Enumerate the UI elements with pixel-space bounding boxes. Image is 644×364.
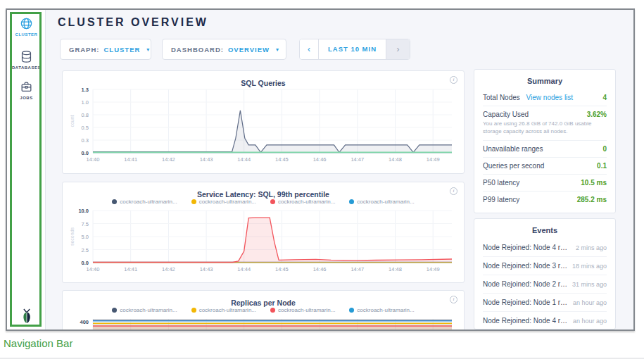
svg-text:count: count bbox=[70, 115, 75, 127]
events-title: Events bbox=[483, 219, 607, 239]
event-text: Node Rejoined: Node 4 rej... bbox=[483, 244, 569, 251]
summary-row-value: 285.2 ms bbox=[577, 196, 607, 203]
svg-text:1.0: 1.0 bbox=[82, 99, 89, 106]
svg-text:14:41: 14:41 bbox=[124, 156, 137, 163]
event-row[interactable]: Node Rejoined: Node 1 rej...an hour ago bbox=[483, 294, 607, 312]
event-text: Node Rejoined: Node 4 rej... bbox=[483, 317, 569, 325]
graph-dropdown[interactable]: GRAPH: CLUSTER ▾ bbox=[60, 39, 151, 60]
event-text: Node Rejoined: Node 1 rej... bbox=[483, 299, 569, 306]
legend-label: cockroach-ultramarin... bbox=[357, 307, 414, 313]
summary-row: Total Nodes View nodes list4 bbox=[483, 89, 607, 106]
svg-text:14:46: 14:46 bbox=[313, 266, 327, 272]
svg-text:14:47: 14:47 bbox=[351, 156, 364, 163]
summary-row: Queries per second0.1 bbox=[483, 158, 607, 175]
svg-text:14:43: 14:43 bbox=[200, 266, 213, 272]
legend-item[interactable]: cockroach-ultramarin... bbox=[349, 307, 414, 313]
time-next-button[interactable]: › bbox=[386, 39, 410, 59]
svg-text:0.5: 0.5 bbox=[82, 125, 89, 131]
page-title: CLUSTER OVERVIEW bbox=[58, 16, 208, 29]
legend-dot bbox=[112, 199, 117, 204]
graph-dropdown-value: CLUSTER bbox=[103, 46, 140, 54]
sidebar-item-jobs[interactable]: JOBS bbox=[7, 80, 46, 100]
service-latency-plot[interactable]: 14:4014:4114:4214:4314:4414:4514:4614:47… bbox=[68, 206, 459, 274]
summary-row-value: 0 bbox=[602, 145, 607, 153]
sidebar-item-label: JOBS bbox=[7, 96, 46, 100]
dashboard-dropdown[interactable]: DASHBOARD: OVERVIEW ▾ bbox=[162, 39, 286, 60]
svg-text:14:42: 14:42 bbox=[162, 266, 175, 272]
view-nodes-link[interactable]: View nodes list bbox=[526, 94, 574, 101]
chart-title: SQL Queries bbox=[241, 79, 285, 87]
svg-text:14:49: 14:49 bbox=[427, 156, 440, 163]
dashboard-dropdown-value: OVERVIEW bbox=[228, 46, 270, 54]
event-row[interactable]: Node Rejoined: Node 4 rej...an hour ago bbox=[483, 312, 607, 330]
svg-text:0.0: 0.0 bbox=[82, 150, 89, 156]
time-prev-button[interactable]: ‹ bbox=[300, 39, 319, 59]
replicas-per-node-plot[interactable]: 14:4014:4114:4214:4314:4414:4514:4614:47… bbox=[68, 315, 459, 331]
svg-text:14:42: 14:42 bbox=[162, 156, 175, 163]
event-row[interactable]: Node Rejoined: Node 3 rej...18 mins ago bbox=[483, 257, 607, 275]
cockroach-icon bbox=[19, 308, 34, 325]
svg-text:seconds: seconds bbox=[70, 227, 75, 246]
svg-text:14:43: 14:43 bbox=[200, 156, 213, 163]
summary-row: Unavailable ranges0 bbox=[483, 141, 607, 158]
legend-label: cockroach-ultramarin... bbox=[120, 307, 177, 313]
legend-label: cockroach-ultramarin... bbox=[357, 199, 414, 205]
legend-label: cockroach-ultramarin... bbox=[120, 199, 177, 205]
sidebar-item-label: DATABASES bbox=[7, 65, 46, 70]
summary-row-label: P50 latency bbox=[483, 179, 519, 187]
summary-panel: Summary Total Nodes View nodes list4Capa… bbox=[474, 69, 616, 213]
summary-row-value: 10.5 ms bbox=[581, 179, 607, 187]
event-time: an hour ago bbox=[573, 299, 607, 306]
sidebar-item-cluster[interactable]: CLUSTER bbox=[7, 17, 46, 37]
time-window-selector: ‹ LAST 10 MIN › bbox=[299, 39, 410, 60]
summary-row: Capacity Used3.62%You are using 26.8 GiB… bbox=[483, 106, 607, 141]
svg-text:14:49: 14:49 bbox=[427, 266, 440, 272]
svg-text:0.3: 0.3 bbox=[82, 137, 89, 144]
sidebar: CLUSTER DATABASES JOBS bbox=[7, 10, 46, 330]
legend-item[interactable]: cockroach-ultramarin... bbox=[112, 307, 177, 313]
summary-row-label: P99 latency bbox=[483, 196, 519, 203]
info-icon[interactable]: i bbox=[450, 76, 457, 84]
event-row[interactable]: Node Rejoined: Node 2 rej...31 mins ago bbox=[483, 275, 607, 294]
svg-text:14:48: 14:48 bbox=[389, 266, 402, 272]
event-time: 2 mins ago bbox=[576, 244, 607, 251]
summary-row-value: 0.1 bbox=[597, 162, 607, 170]
sql-queries-plot[interactable]: 14:4014:4114:4214:4314:4414:4514:4614:47… bbox=[68, 85, 459, 164]
main-content: CLUSTER OVERVIEW GRAPH: CLUSTER ▾ DASHBO… bbox=[46, 10, 633, 330]
svg-text:14:45: 14:45 bbox=[275, 156, 289, 163]
chart-title: Replicas per Node bbox=[231, 299, 296, 307]
event-text: Node Rejoined: Node 3 rej... bbox=[483, 262, 569, 270]
svg-text:5.0: 5.0 bbox=[82, 234, 89, 240]
dashboard-dropdown-label: DASHBOARD: bbox=[171, 46, 224, 54]
info-icon[interactable]: i bbox=[450, 296, 457, 303]
event-time: 31 mins ago bbox=[572, 281, 607, 288]
summary-row-subtext: You are using 26.8 GiB of 742.0 GiB usab… bbox=[483, 118, 607, 136]
event-time: 18 mins ago bbox=[572, 263, 607, 270]
svg-text:14:44: 14:44 bbox=[237, 156, 251, 163]
svg-text:10.0: 10.0 bbox=[78, 208, 89, 214]
time-range-label[interactable]: LAST 10 MIN bbox=[319, 39, 386, 59]
legend-item[interactable]: cockroach-ultramarin... bbox=[112, 199, 177, 205]
chart-replicas-per-node: Replicas per Node i cockroach-ultramarin… bbox=[62, 290, 465, 331]
briefcase-icon bbox=[20, 80, 33, 94]
chevron-down-icon: ▾ bbox=[146, 46, 149, 53]
summary-row: P50 latency10.5 ms bbox=[483, 175, 607, 192]
event-row[interactable]: Node Rejoined: Node 4 rej...2 mins ago bbox=[483, 239, 607, 257]
globe-icon bbox=[20, 17, 33, 30]
legend-dot bbox=[191, 199, 196, 204]
legend-dot bbox=[112, 308, 117, 313]
charts-column: SQL Queries i 14:4014:4114:4214:4314:441… bbox=[62, 70, 465, 331]
svg-text:14:45: 14:45 bbox=[275, 266, 289, 272]
chart-sql-queries: SQL Queries i 14:4014:4114:4214:4314:441… bbox=[62, 70, 465, 174]
info-icon[interactable]: i bbox=[450, 187, 457, 195]
sidebar-item-databases[interactable]: DATABASES bbox=[7, 50, 46, 70]
graph-dropdown-label: GRAPH: bbox=[69, 46, 99, 54]
legend-item[interactable]: cockroach-ultramarin... bbox=[349, 199, 414, 205]
svg-text:14:48: 14:48 bbox=[389, 156, 402, 163]
chart-title: Service Latency: SQL, 99th percentile bbox=[197, 190, 329, 199]
summary-row-label: Queries per second bbox=[483, 162, 544, 170]
database-icon bbox=[20, 50, 33, 63]
svg-text:14:41: 14:41 bbox=[124, 266, 137, 272]
svg-text:7.5: 7.5 bbox=[82, 221, 89, 227]
cockroachdb-logo[interactable] bbox=[7, 308, 46, 328]
